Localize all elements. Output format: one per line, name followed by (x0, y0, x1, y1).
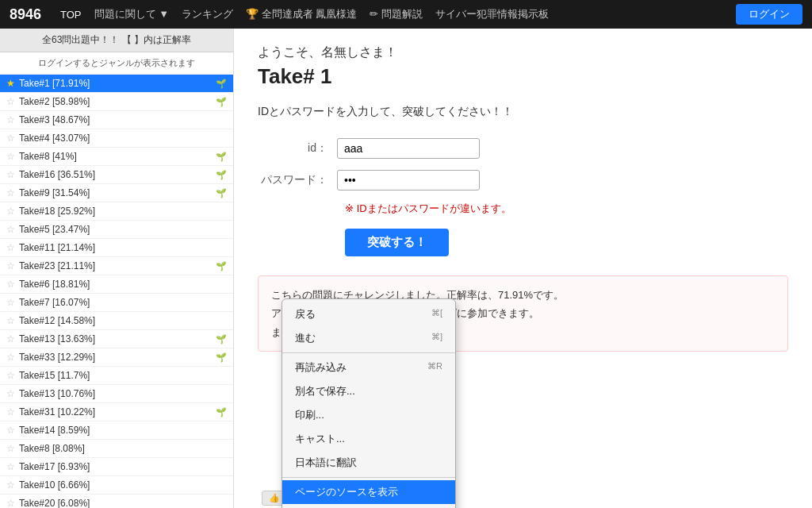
star-icon: ☆ (6, 479, 15, 491)
context-menu-item[interactable]: ページのソースを表示 (282, 480, 455, 504)
context-menu-item[interactable]: 印刷... (282, 403, 455, 427)
sidebar-item[interactable]: ☆Take#3 [48.67%] (0, 111, 233, 129)
sidebar-item[interactable]: ☆Take#5 [23.47%] (0, 221, 233, 239)
star-icon: ☆ (6, 461, 15, 472)
nav-ranking[interactable]: ランキング (182, 7, 233, 21)
fire-icon: 🌱 (216, 352, 227, 363)
sidebar-item[interactable]: ☆Take#8 [41%]🌱 (0, 148, 233, 166)
nav-about[interactable]: 問題に関して ▼ (94, 7, 169, 21)
fire-icon: 🌱 (216, 261, 227, 271)
sidebar-item-label: Take#9 [31.54%] (19, 187, 213, 198)
main-content: ようこそ、名無しさま！ Take# 1 IDとパスワードを入力して、突破してくだ… (234, 29, 812, 508)
context-menu-item[interactable]: 日本語に翻訳 (282, 451, 455, 475)
star-icon: ☆ (6, 187, 15, 198)
id-form-row: id： (258, 138, 788, 159)
sidebar-item[interactable]: ☆Take#2 [58.98%]🌱 (0, 93, 233, 111)
sidebar-item[interactable]: ☆Take#17 [6.93%] (0, 458, 233, 476)
sidebar-item[interactable]: ☆Take#13 [13.63%]🌱 (0, 330, 233, 348)
context-menu-divider (282, 352, 455, 353)
sidebar-item[interactable]: ☆Take#10 [6.66%] (0, 476, 233, 495)
sidebar-item[interactable]: ☆Take#23 [21.11%]🌱 (0, 257, 233, 275)
sidebar-item-label: Take#33 [12.29%] (19, 352, 213, 363)
id-input[interactable] (337, 138, 480, 159)
star-icon: ☆ (6, 224, 15, 235)
star-icon: ☆ (6, 169, 15, 180)
sidebar-item[interactable]: ☆Take#4 [43.07%] (0, 129, 233, 148)
context-menu-shortcut: ⌘] (431, 332, 442, 342)
sidebar-item-label: Take#7 [16.07%] (19, 297, 227, 308)
password-label: パスワード： (258, 173, 337, 187)
sidebar-item[interactable]: ☆Take#6 [18.81%] (0, 275, 233, 294)
nav-all-clear[interactable]: 🏆 全問達成者 鳳凰様達 (246, 7, 357, 21)
fire-icon: 🌱 (216, 97, 227, 107)
star-icon: ☆ (6, 498, 15, 508)
sidebar-item-label: Take#2 [58.98%] (19, 96, 213, 107)
star-icon: ☆ (6, 151, 15, 162)
nav-top[interactable]: TOP (60, 9, 82, 21)
context-menu-item[interactable]: 戻る⌘[ (282, 302, 455, 326)
sidebar-item-label: Take#23 [21.11%] (19, 260, 213, 271)
star-icon: ☆ (6, 333, 15, 344)
sidebar-item[interactable]: ☆Take#12 [14.58%] (0, 312, 233, 330)
star-icon: ☆ (6, 206, 15, 217)
context-menu-divider (282, 477, 455, 478)
fire-icon: 🌱 (216, 170, 227, 180)
sidebar-item[interactable]: ☆Take#16 [36.51%]🌱 (0, 166, 233, 184)
sidebar-item[interactable]: ☆Take#18 [25.92%] (0, 202, 233, 221)
sidebar-item-label: Take#5 [23.47%] (19, 224, 227, 235)
star-icon: ☆ (6, 242, 15, 253)
context-menu-item[interactable]: 別名で保存... (282, 379, 455, 403)
sidebar-item-label: Take#10 [6.66%] (19, 479, 227, 491)
nav-cybercrime[interactable]: サイバー犯罪情報掲示板 (435, 7, 549, 21)
nav-explanation[interactable]: ✏ 問題解説 (370, 7, 423, 21)
login-button[interactable]: ログイン (736, 4, 802, 25)
sidebar-item[interactable]: ☆Take#33 [12.29%]🌱 (0, 348, 233, 367)
password-form-row: パスワード： (258, 170, 788, 190)
star-icon: ☆ (6, 279, 15, 290)
context-menu-item[interactable]: 検証 (282, 504, 455, 508)
submit-button[interactable]: 突破する！ (345, 229, 449, 256)
sidebar-item[interactable]: ☆Take#31 [10.22%]🌱 (0, 403, 233, 421)
fire-icon: 🌱 (216, 79, 227, 89)
sidebar-item[interactable]: ☆Take#9 [31.54%]🌱 (0, 184, 233, 202)
star-icon: ☆ (6, 260, 15, 271)
sidebar-item[interactable]: ☆Take#7 [16.07%] (0, 294, 233, 312)
sidebar-login-notice: ログインするとジャンルが表示されます (0, 52, 233, 75)
fire-icon: 🌱 (216, 407, 227, 418)
sidebar-item[interactable]: ☆Take#20 [6.08%] (0, 495, 233, 508)
sidebar-item[interactable]: ☆Take#13 [10.76%] (0, 385, 233, 403)
star-icon: ☆ (6, 443, 15, 454)
star-icon: ☆ (6, 114, 15, 125)
context-menu-item[interactable]: 進む⌘] (282, 326, 455, 350)
star-icon: ☆ (6, 352, 15, 363)
sidebar-item-label: Take#3 [48.67%] (19, 114, 227, 125)
sidebar-item-label: Take#8 [8.08%] (19, 443, 227, 454)
top-navigation: 8946 TOP 問題に関して ▼ ランキング 🏆 全問達成者 鳳凰様達 ✏ 問… (0, 0, 812, 29)
sidebar-item[interactable]: ☆Take#15 [11.7%] (0, 367, 233, 385)
main-layout: 全63問出題中！！ 【 】内は正解率 ログインするとジャンルが表示されます ★T… (0, 29, 812, 508)
sidebar-item-label: Take#13 [10.76%] (19, 388, 227, 399)
star-icon: ☆ (6, 297, 15, 308)
sidebar-item[interactable]: ☆Take#11 [21.14%] (0, 239, 233, 257)
sidebar-item[interactable]: ☆Take#8 [8.08%] (0, 440, 233, 458)
sidebar-header: 全63問出題中！！ 【 】内は正解率 (0, 29, 233, 52)
star-icon: ☆ (6, 388, 15, 399)
sidebar-item-label: Take#11 [21.14%] (19, 242, 227, 253)
sidebar-item-label: Take#17 [6.93%] (19, 461, 227, 472)
sidebar-item-label: Take#14 [8.59%] (19, 425, 227, 436)
star-icon: ★ (6, 78, 15, 89)
take-title: Take# 1 (258, 64, 788, 89)
fire-icon: 🌱 (216, 188, 227, 198)
context-menu-item[interactable]: 再読み込み⌘R (282, 356, 455, 379)
site-brand: 8946 (10, 6, 41, 23)
welcome-text: ようこそ、名無しさま！ (258, 44, 788, 61)
star-icon: ☆ (6, 370, 15, 381)
sidebar-item-label: Take#20 [6.08%] (19, 498, 227, 508)
password-input[interactable] (337, 170, 480, 190)
sidebar-item-label: Take#4 [43.07%] (19, 133, 227, 144)
sidebar-items-list: ★Take#1 [71.91%]🌱☆Take#2 [58.98%]🌱☆Take#… (0, 75, 233, 508)
star-icon: ☆ (6, 315, 15, 326)
sidebar-item[interactable]: ★Take#1 [71.91%]🌱 (0, 75, 233, 93)
context-menu-item[interactable]: キャスト... (282, 427, 455, 451)
sidebar-item[interactable]: ☆Take#14 [8.59%] (0, 421, 233, 440)
